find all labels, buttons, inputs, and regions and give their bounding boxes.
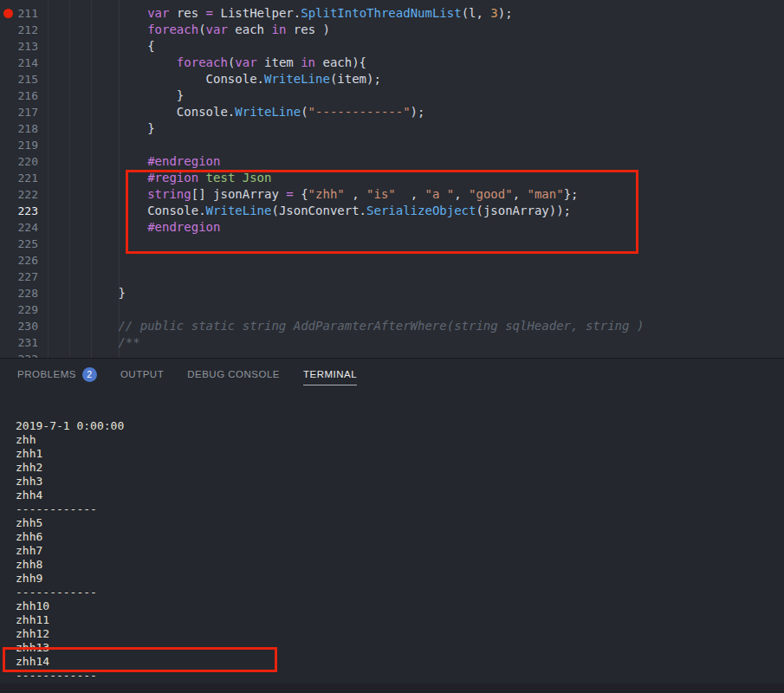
code-text: // public static string AddParamterAfter… <box>60 318 784 334</box>
annotation-box-terminal <box>3 647 277 672</box>
line-number[interactable]: 215 <box>0 71 38 87</box>
line-number[interactable]: 225 <box>0 236 38 252</box>
line-number[interactable]: 212 <box>0 22 38 38</box>
code-text: #endregion <box>60 153 784 170</box>
code-line-214[interactable]: 214 foreach(var item in each){ <box>0 55 784 71</box>
code-line-219[interactable]: 219 <box>0 137 784 153</box>
code-text: Console.WriteLine(item); <box>60 71 784 87</box>
code-line-228[interactable]: 228 } <box>0 285 784 301</box>
code-line-211[interactable]: 211 var res = ListHelper.SplitIntoThread… <box>0 5 784 22</box>
code-line-216[interactable]: 216 } <box>0 87 784 104</box>
tab-problems[interactable]: PROBLEMS2 <box>17 359 97 390</box>
terminal-line: zhh3 <box>16 475 784 489</box>
line-number[interactable]: 224 <box>0 219 38 236</box>
code-text: /** <box>60 334 784 351</box>
line-number[interactable]: 232 <box>0 351 38 358</box>
code-line-232[interactable]: 232 <box>0 351 784 358</box>
code-line-226[interactable]: 226 <box>0 252 784 269</box>
line-number[interactable]: 213 <box>0 38 38 55</box>
terminal-scrollback: 2019-7-1 0:00:00zhhzhh1zhh2zhh3zhh4-----… <box>16 419 784 683</box>
line-number[interactable]: 222 <box>0 186 38 203</box>
line-number[interactable]: 221 <box>0 170 38 186</box>
terminal-line: zhh7 <box>16 544 784 558</box>
terminal-line: ------------ <box>16 586 784 599</box>
line-number[interactable]: 217 <box>0 104 38 120</box>
bottom-panel: PROBLEMS2OUTPUTDEBUG CONSOLETERMINAL 201… <box>0 358 784 693</box>
terminal-line: zhh1 <box>16 447 784 461</box>
terminal-line: zhh6 <box>16 530 784 544</box>
code-text: } <box>60 87 784 104</box>
code-line-215[interactable]: 215 Console.WriteLine(item); <box>0 71 784 87</box>
code-line-217[interactable]: 217 Console.WriteLine("------------"); <box>0 104 784 120</box>
tab-debug-console[interactable]: DEBUG CONSOLE <box>187 359 280 390</box>
terminal-line: zhh2 <box>16 461 784 475</box>
line-number[interactable]: 211 <box>0 5 38 22</box>
tab-label: PROBLEMS <box>17 369 76 379</box>
code-line-218[interactable]: 218 } <box>0 120 784 137</box>
tab-terminal[interactable]: TERMINAL <box>303 359 357 390</box>
code-text: foreach(var each in res ) <box>60 22 784 38</box>
line-number[interactable]: 223 <box>0 203 38 219</box>
terminal-line: zhh8 <box>16 558 784 572</box>
code-line-213[interactable]: 213 { <box>0 38 784 55</box>
line-number[interactable]: 230 <box>0 318 38 334</box>
panel-tabs: PROBLEMS2OUTPUTDEBUG CONSOLETERMINAL <box>0 359 784 390</box>
line-number[interactable]: 229 <box>0 301 38 318</box>
terminal-line: zhh5 <box>16 516 784 530</box>
terminal-line: ------------ <box>16 502 784 516</box>
code-line-227[interactable]: 227 <box>0 269 784 285</box>
code-text: var res = ListHelper.SplitIntoThreadNumL… <box>60 5 784 22</box>
terminal-line: 2019-7-1 0:00:00 <box>16 419 784 433</box>
line-number[interactable]: 228 <box>0 285 38 301</box>
tab-label: DEBUG CONSOLE <box>187 369 280 379</box>
terminal-line: zhh9 <box>16 572 784 586</box>
code-line-220[interactable]: 220 #endregion <box>0 153 784 170</box>
line-number[interactable]: 216 <box>0 87 38 104</box>
code-text: { <box>60 38 784 55</box>
code-line-230[interactable]: 230 // public static string AddParamterA… <box>0 318 784 334</box>
line-number[interactable]: 231 <box>0 334 38 351</box>
line-number[interactable]: 218 <box>0 120 38 137</box>
code-text: } <box>60 285 784 301</box>
terminal-line: zhh12 <box>16 627 784 641</box>
tab-output[interactable]: OUTPUT <box>120 359 164 390</box>
terminal-line: zhh4 <box>16 489 784 502</box>
code-text: Console.WriteLine("------------"); <box>60 104 784 120</box>
tab-label: TERMINAL <box>303 369 357 379</box>
panel-bottom-shade <box>0 683 784 693</box>
code-text: foreach(var item in each){ <box>60 55 784 71</box>
code-line-212[interactable]: 212 foreach(var each in res ) <box>0 22 784 38</box>
line-number[interactable]: 226 <box>0 252 38 269</box>
problems-count-badge: 2 <box>82 367 97 382</box>
code-line-229[interactable]: 229 <box>0 301 784 318</box>
terminal-line: zhh10 <box>16 599 784 613</box>
code-line-231[interactable]: 231 /** <box>0 334 784 351</box>
tab-label: OUTPUT <box>120 369 164 379</box>
line-number[interactable]: 219 <box>0 137 38 153</box>
line-number[interactable]: 227 <box>0 269 38 285</box>
code-text: } <box>60 120 784 137</box>
annotation-box-code <box>126 170 638 254</box>
terminal-line: zhh <box>16 433 784 447</box>
line-number[interactable]: 214 <box>0 55 38 71</box>
terminal-line: zhh11 <box>16 613 784 627</box>
line-number[interactable]: 220 <box>0 153 38 170</box>
